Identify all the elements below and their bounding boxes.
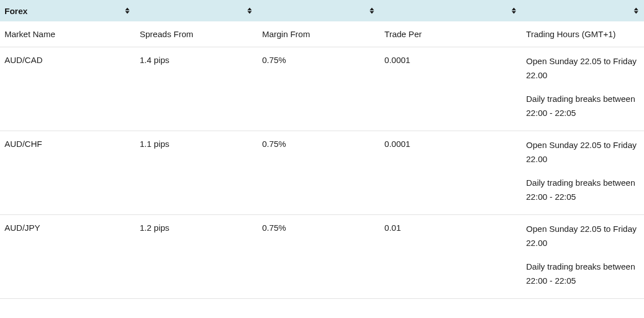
cell-trade-per: 0.0001 [380,47,521,131]
hours-line3: Daily trading breaks between [526,177,639,190]
hours-line4: 22:00 - 22:05 [526,107,639,120]
cell-trading-hours: Open Sunday 22.05 to Friday 22.00 Daily … [522,215,644,299]
cell-market-name: AUD/JPY [0,215,135,299]
header-cell-blank-1[interactable] [135,0,257,21]
svg-marker-5 [370,11,374,14]
col-trading-hours: Trading Hours (GMT+1) [522,21,644,47]
svg-marker-9 [634,11,638,14]
col-trade-per: Trade Per [380,21,521,47]
table-column-labels: Market Name Spreads From Margin From Tra… [0,21,644,47]
hours-line4: 22:00 - 22:05 [526,275,639,288]
svg-marker-3 [247,11,252,14]
hours-line4: 22:00 - 22:05 [526,191,639,204]
svg-marker-4 [370,8,374,11]
svg-marker-6 [512,8,516,11]
header-cell-blank-2[interactable] [257,0,380,21]
hours-line1: Open Sunday 22.05 to Friday [526,139,639,152]
hours-line1: Open Sunday 22.05 to Friday [526,223,639,236]
cell-trade-per: 0.01 [380,215,521,299]
table-row: AUD/CAD 1.4 pips 0.75% 0.0001 Open Sunda… [0,47,644,131]
table-row: AUD/JPY 1.2 pips 0.75% 0.01 Open Sunday … [0,215,644,299]
header-cell-blank-4[interactable] [522,0,644,21]
cell-trade-per: 0.0001 [380,131,521,215]
svg-marker-1 [125,11,130,14]
sort-icon[interactable] [370,8,374,14]
svg-marker-2 [247,8,252,11]
cell-spreads-from: 1.1 pips [135,131,257,215]
sort-icon[interactable] [512,8,516,14]
col-margin-from: Margin From [257,21,380,47]
table-header-row: Forex [0,0,644,21]
forex-table: Forex [0,0,644,299]
hours-line2: 22.00 [526,237,639,250]
cell-spreads-from: 1.4 pips [135,47,257,131]
svg-marker-0 [125,8,130,11]
cell-spreads-from: 1.2 pips [135,215,257,299]
hours-line3: Daily trading breaks between [526,93,639,106]
header-title: Forex [5,6,28,16]
cell-margin-from: 0.75% [257,131,380,215]
header-cell-title[interactable]: Forex [0,0,135,21]
hours-line2: 22.00 [526,69,639,82]
hours-line3: Daily trading breaks between [526,261,639,274]
table-row: AUD/CHF 1.1 pips 0.75% 0.0001 Open Sunda… [0,131,644,215]
svg-marker-7 [512,11,516,14]
sort-icon[interactable] [125,8,130,14]
hours-line1: Open Sunday 22.05 to Friday [526,55,639,68]
cell-margin-from: 0.75% [257,215,380,299]
sort-icon[interactable] [247,8,252,14]
svg-marker-8 [634,8,638,11]
col-spreads-from: Spreads From [135,21,257,47]
cell-trading-hours: Open Sunday 22.05 to Friday 22.00 Daily … [522,47,644,131]
sort-icon[interactable] [634,8,638,14]
hours-line2: 22.00 [526,153,639,166]
cell-market-name: AUD/CHF [0,131,135,215]
cell-margin-from: 0.75% [257,47,380,131]
header-cell-blank-3[interactable] [380,0,521,21]
cell-market-name: AUD/CAD [0,47,135,131]
col-market-name: Market Name [0,21,135,47]
cell-trading-hours: Open Sunday 22.05 to Friday 22.00 Daily … [522,131,644,215]
